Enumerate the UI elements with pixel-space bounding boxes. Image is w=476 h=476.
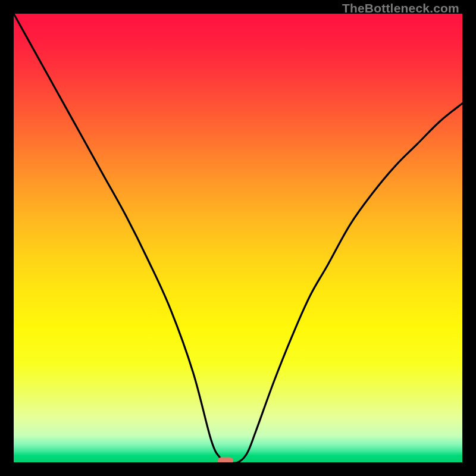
bottleneck-marker — [218, 458, 233, 463]
curve-layer — [14, 14, 462, 462]
watermark-text: TheBottleneck.com — [342, 1, 459, 15]
plot-area — [14, 14, 462, 462]
bottleneck-curve — [14, 14, 462, 462]
chart-frame: TheBottleneck.com — [0, 0, 476, 476]
